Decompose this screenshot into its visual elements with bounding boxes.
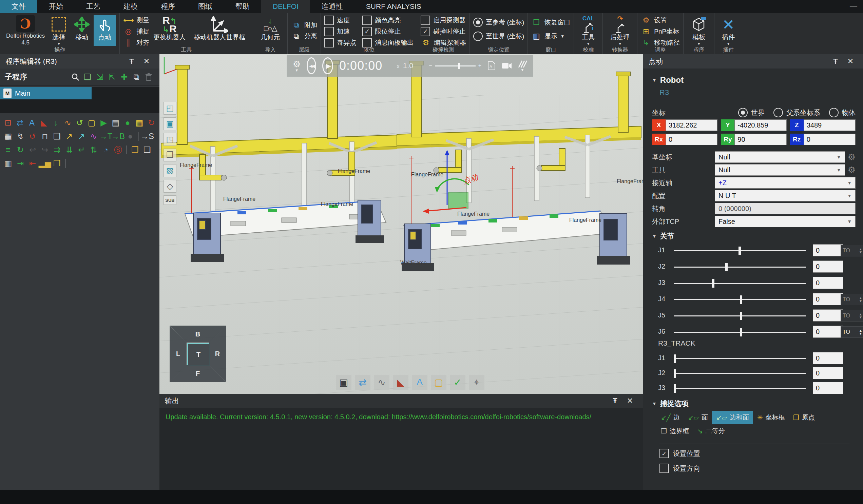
joint-value-j3[interactable]: 0 <box>813 277 843 289</box>
plugin-button[interactable]: ✕ 插件▼ <box>718 15 739 46</box>
rx-field[interactable]: Rx 0 <box>652 134 717 145</box>
base-frame-gear-icon[interactable]: ⚙ <box>848 152 855 162</box>
joint-slider-j1[interactable] <box>674 250 806 251</box>
menu-tab-modeling[interactable]: 建模 <box>112 0 149 13</box>
annotation-icon[interactable]: A <box>412 375 427 390</box>
pin-icon[interactable]: Ŧ <box>828 57 843 66</box>
close-icon[interactable]: ✕ <box>139 57 154 66</box>
pallet-stmt-icon[interactable]: ❒ <box>51 158 63 169</box>
joint-value-j1[interactable]: 0 <box>813 244 843 256</box>
geometry-button[interactable]: ↓□○△ 几何元 <box>257 15 284 46</box>
menu-tab-home[interactable]: 开始 <box>37 0 75 13</box>
speed-slider[interactable] <box>435 65 476 66</box>
server-stmt-icon[interactable]: ▤ <box>110 117 122 129</box>
jog-button[interactable]: 点动 <box>93 15 116 46</box>
snap-button[interactable]: ◎ 捕捉 <box>123 26 149 37</box>
view-cube-top[interactable]: T <box>187 343 210 366</box>
snap-bbox-button[interactable]: ❒ 边界框 <box>657 425 693 438</box>
to-target-stmt-icon[interactable]: →T <box>100 130 112 142</box>
home-stmt-icon[interactable]: ↺ <box>26 130 39 142</box>
joint-slider-j4[interactable] <box>674 299 806 300</box>
speed-plus-icon[interactable]: + <box>478 63 481 69</box>
swap-robot-button[interactable]: R↰↳R 更换机器人 <box>149 15 190 46</box>
conveyor-stmt-icon[interactable]: ▦ <box>134 117 146 129</box>
track-slider-j1[interactable] <box>674 358 806 359</box>
set-position-checkbox[interactable]: 设置位置 <box>660 449 849 458</box>
robot-stmt-icon[interactable]: ⊡ <box>2 117 14 129</box>
joints-section-header[interactable]: ▼关节 <box>652 231 863 241</box>
close-icon[interactable]: ✕ <box>623 396 637 405</box>
play-button[interactable]: ▶ <box>322 57 333 74</box>
joint-to-button-j1[interactable]: TO▲▼ <box>841 245 863 256</box>
signal-out-stmt-icon[interactable]: ⇥ <box>14 158 26 169</box>
speed-minus-icon[interactable]: − <box>429 63 432 69</box>
stop-on-collision-checkbox[interactable]: 碰撞时停止 <box>421 26 466 37</box>
copy-routine-icon[interactable]: ⧉ <box>130 71 142 83</box>
add-routine-icon[interactable]: ✚ <box>118 71 130 83</box>
pnp-coords-button[interactable]: ⊞ PnP坐标 <box>641 26 680 37</box>
tree-item-main[interactable]: M Main <box>0 87 91 99</box>
joint-value-j6[interactable]: 0 <box>813 326 843 338</box>
clipboard-stmt-icon[interactable]: ❐ <box>129 144 141 156</box>
text-stmt-icon[interactable]: A <box>26 117 38 129</box>
joint-to-button-j6[interactable]: TO▲▼ <box>841 326 863 338</box>
snap-edge-face-button[interactable]: ↙▱ 边和面 <box>712 411 753 424</box>
play-stmt-icon[interactable]: ▶ <box>98 117 110 129</box>
ramp-stmt-icon[interactable]: ◣ <box>38 117 50 129</box>
ramp-view-icon[interactable]: ◣ <box>393 375 409 390</box>
pin-icon[interactable]: Ŧ <box>608 396 623 405</box>
approach-stmt-icon[interactable]: ↗ <box>75 130 88 142</box>
to-reference-radio[interactable]: 至参考 (坐标) <box>473 17 524 27</box>
track-value-j3[interactable]: 0 <box>813 382 843 394</box>
attach-button[interactable]: ⧉ 附加 <box>291 20 317 30</box>
check-icon[interactable]: ✓ <box>450 375 465 390</box>
disabled-stmt-icon[interactable]: ● <box>124 130 136 142</box>
routine-list-icon[interactable]: ❏ <box>82 71 93 83</box>
turn-field[interactable]: 0 (000000) <box>715 203 855 214</box>
menu-tab-process[interactable]: 工艺 <box>75 0 112 13</box>
move-button[interactable]: 移动 <box>70 15 93 46</box>
display-button[interactable]: ▥ 显示▼ <box>531 31 570 41</box>
joint-slider-j5[interactable] <box>674 315 806 316</box>
rz-field[interactable]: Rz 0 <box>790 134 855 145</box>
frame-stmt-icon[interactable]: ▢ <box>86 117 98 129</box>
curve-stmt-icon[interactable]: ∿ <box>88 130 100 142</box>
goto-stmt-icon[interactable]: ↪ <box>39 144 51 156</box>
accel-checkbox[interactable]: 加速 <box>324 26 356 37</box>
track-slider-j3[interactable] <box>674 388 806 389</box>
snap-section-header[interactable]: ▼捕捉选项 <box>652 399 863 408</box>
frame-display-icon[interactable]: ◇ <box>163 180 176 193</box>
export-routine-icon[interactable]: ⇱ <box>106 71 118 83</box>
viewpoint-icon[interactable]: ◳ <box>163 133 176 146</box>
grid-stmt-icon[interactable]: ▦ <box>2 130 14 142</box>
swap-stmt-icon[interactable]: ⇄ <box>14 117 26 129</box>
swap-view-icon[interactable]: ⇄ <box>355 375 371 390</box>
sub-view-button[interactable]: SUB <box>163 196 176 205</box>
approach-axis-select[interactable]: +Z▼ <box>715 177 855 189</box>
render-mode-icon[interactable]: ▼ <box>518 60 527 72</box>
settings-button[interactable]: ⚙ 设置 <box>641 15 680 25</box>
import-routine-icon[interactable]: ⇲ <box>93 71 106 83</box>
z-field[interactable]: Z 3489 <box>790 119 855 131</box>
menu-tab-help[interactable]: 帮助 <box>224 0 261 13</box>
export-view-icon[interactable]: ▣ <box>336 375 351 390</box>
snap-bisect-button[interactable]: ↘ 二等分 <box>693 425 729 438</box>
sub-call-stmt-icon[interactable]: →S <box>141 130 153 142</box>
menu-tab-delfoi[interactable]: DELFOI <box>261 0 310 13</box>
snap-edge-button[interactable]: ↙╱ 边 <box>657 411 684 424</box>
to-world-radio[interactable]: 至世界 (坐标) <box>473 31 524 41</box>
frame-select-icon[interactable]: ▢ <box>431 375 447 390</box>
joint-to-button-j5[interactable]: TO▲▼ <box>841 310 863 322</box>
menu-tab-connectivity[interactable]: 连通性 <box>310 0 354 13</box>
rotate-stmt-icon[interactable]: ↻ <box>146 117 158 129</box>
assign-stmt-icon[interactable]: ≡ <box>2 144 14 156</box>
calibration-tool-button[interactable]: CAL 工具▼ <box>577 15 599 46</box>
track-value-j1[interactable]: 0 <box>813 352 843 364</box>
postprocess-button[interactable]: ↷ 后处理▼ <box>606 15 634 46</box>
zigzag-stmt-icon[interactable]: ↯ <box>14 130 26 142</box>
jump-stmt-icon[interactable]: ↵ <box>75 144 88 156</box>
track-value-j2[interactable]: 0 <box>813 367 843 379</box>
menu-tab-surf-analysis[interactable]: SURF ANALYSIS <box>354 0 433 13</box>
ry-field[interactable]: Ry 90 <box>721 134 786 145</box>
stop-stmt-icon[interactable]: Ⓢ <box>112 144 124 156</box>
